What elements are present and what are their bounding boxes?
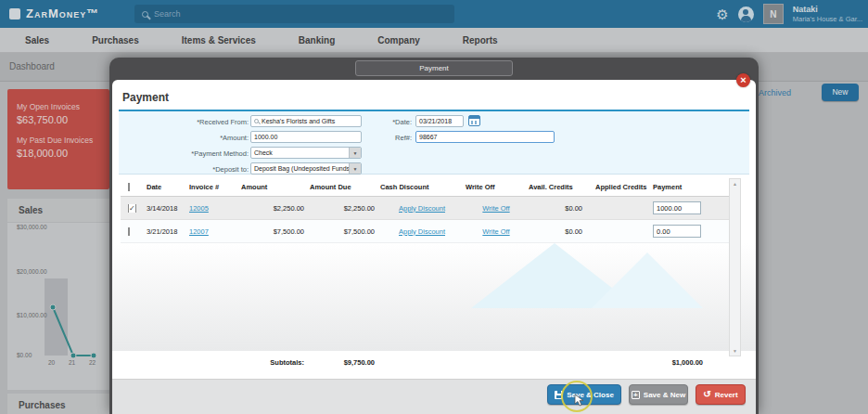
table-scrollbar[interactable]: ▲ ▼ — [729, 178, 741, 356]
write-off-link[interactable]: Write Off — [464, 204, 527, 213]
row-amount: $7,500.00 — [239, 227, 308, 236]
chevron-down-icon: ▼ — [349, 163, 361, 174]
row-amount-due: $2,250.00 — [308, 204, 378, 213]
scroll-up-icon[interactable]: ▲ — [730, 181, 740, 187]
table-row: 3/21/2018 12007 $7,500.00 $7,500.00 Appl… — [121, 220, 729, 243]
invoice-link[interactable]: 12007 — [187, 227, 239, 236]
scroll-down-icon[interactable]: ▼ — [730, 348, 740, 354]
background-watermark — [453, 236, 712, 310]
apply-discount-link[interactable]: Apply Discount — [378, 227, 464, 236]
revert-icon: ↺ — [703, 390, 710, 399]
select-all-checkbox[interactable] — [128, 183, 130, 191]
deposit-to-label: *Deposit to: — [121, 165, 249, 174]
received-from-label: *Received From: — [121, 118, 249, 126]
revert-button[interactable]: ↺ Revert — [696, 384, 746, 405]
row-date: 3/14/2018 — [145, 204, 187, 213]
row-avail-credits: $0.00 — [527, 204, 594, 213]
col-applied-credits: Applied Credits — [594, 183, 651, 191]
payment-form: *Received From: Kesha's Florists and Gif… — [119, 110, 749, 175]
ref-label: Ref#: — [351, 134, 412, 142]
modal-heading: Payment — [122, 91, 169, 104]
subtotals-row: Subtotals: $9,750.00 $1,000.00 — [121, 351, 729, 373]
app-screen: ZarMoney™ Search ⚙ N Nataki Maria's Hous… — [0, 0, 868, 414]
ref-value: 98667 — [419, 134, 437, 140]
payment-amount-input[interactable]: 0.00 — [653, 225, 701, 238]
lookup-icon — [254, 119, 259, 123]
row-checkbox[interactable] — [128, 227, 130, 236]
revert-label: Revert — [715, 391, 738, 399]
subtotal-payment: $1,000.00 — [651, 358, 729, 367]
apply-discount-link[interactable]: Apply Discount — [378, 204, 464, 213]
payment-method-label: *Payment Method: — [121, 149, 249, 158]
col-cash-discount: Cash Discount — [378, 183, 464, 191]
row-checkbox[interactable] — [128, 204, 136, 213]
calendar-icon[interactable] — [468, 115, 480, 126]
amount-label: *Amount: — [121, 134, 249, 142]
received-from-input[interactable]: Kesha's Florists and Gifts — [250, 115, 362, 127]
invoice-table-header: Date Invoice # Amount Amount Due Cash Di… — [121, 178, 729, 197]
col-payment: Payment — [651, 183, 729, 191]
payment-modal: Payment × Payment *Received From: Kesha'… — [109, 58, 759, 414]
modal-tab-title: Payment — [355, 60, 513, 76]
deposit-to-value: Deposit Bag (Undeposited Funds) — [254, 165, 351, 172]
amount-value: 1000.00 — [254, 134, 277, 140]
col-date: Date — [145, 183, 187, 191]
chevron-down-icon: ▼ — [349, 148, 361, 158]
col-amount-due: Amount Due — [308, 183, 378, 191]
subtotal-amount: $9,750.00 — [308, 358, 378, 367]
payment-method-select[interactable]: Check ▼ — [250, 147, 362, 159]
date-input[interactable]: 03/21/2018 — [415, 115, 464, 127]
row-avail-credits: $0.00 — [527, 227, 594, 236]
close-icon[interactable]: × — [736, 73, 750, 87]
row-amount-due: $7,500.00 — [308, 227, 378, 236]
write-off-link[interactable]: Write Off — [464, 227, 527, 236]
deposit-to-select[interactable]: Deposit Bag (Undeposited Funds) ▼ — [250, 162, 362, 175]
date-label: *Date: — [351, 118, 412, 126]
date-value: 03/21/2018 — [419, 118, 452, 124]
row-amount: $2,250.00 — [239, 204, 308, 213]
subtotals-label: Subtotals: — [239, 358, 308, 367]
ref-input[interactable]: 98667 — [415, 131, 555, 143]
invoice-link[interactable]: 12005 — [187, 204, 239, 213]
col-write-off: Write Off — [464, 183, 527, 191]
payment-amount-input[interactable]: 1000.00 — [653, 201, 701, 214]
col-invoice: Invoice # — [187, 183, 239, 191]
save-and-new-button[interactable]: + Save & New — [629, 384, 688, 405]
table-row: 3/14/2018 12005 $2,250.00 $2,250.00 Appl… — [121, 197, 729, 220]
amount-input[interactable]: 1000.00 — [250, 131, 362, 143]
row-date: 3/21/2018 — [145, 227, 187, 236]
mouse-cursor — [574, 394, 585, 407]
payment-method-value: Check — [254, 149, 273, 156]
col-amount: Amount — [239, 183, 308, 191]
plus-icon: + — [632, 391, 640, 399]
save-and-new-label: Save & New — [644, 391, 685, 399]
received-from-value: Kesha's Florists and Gifts — [262, 118, 335, 124]
col-avail-credits: Avail. Credits — [527, 183, 594, 191]
